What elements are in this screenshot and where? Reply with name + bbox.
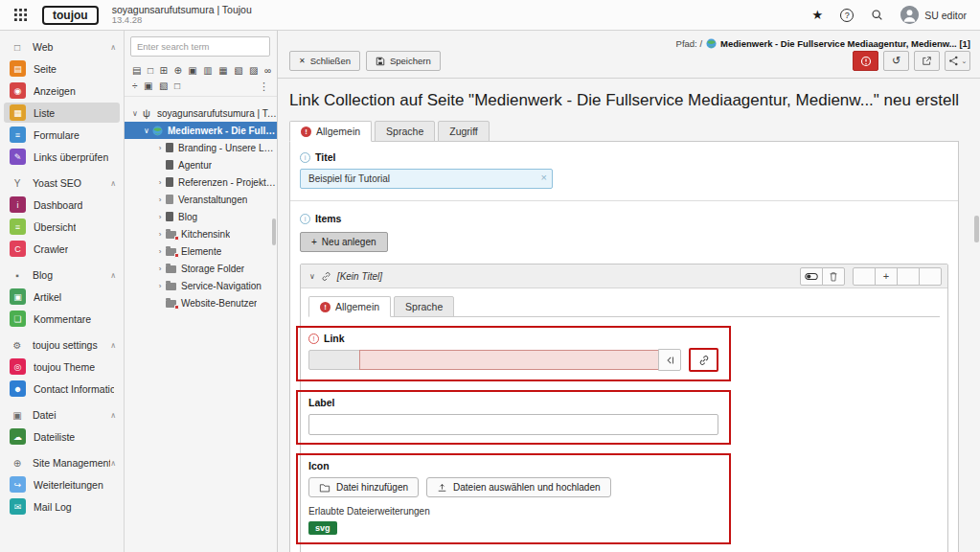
tree-node-medienwerk[interactable]: ∨ Medienwerk - Die Fullservice Me...	[125, 122, 277, 139]
new-folder-icon[interactable]: ▧	[234, 66, 242, 76]
chevron-right-icon[interactable]: ›	[154, 178, 166, 187]
chevron-right-icon[interactable]: ›	[154, 282, 166, 290]
module-item-dashboard[interactable]: i Dashboard	[4, 195, 120, 215]
app-grid-icon[interactable]	[10, 5, 31, 26]
tree-node-referenzen[interactable]: › Referenzen - Projekte im Übe...	[125, 173, 277, 191]
new-page-icon[interactable]: ▤	[132, 66, 141, 76]
path-page-title[interactable]: Medienwerk - Die Fullservice Mediaagentu…	[720, 38, 970, 49]
link-input[interactable]	[359, 350, 659, 370]
chevron-right-icon[interactable]: ›	[154, 230, 166, 239]
tree-scrollbar[interactable]	[272, 218, 276, 245]
page-icon	[166, 212, 173, 221]
tab-sprache[interactable]: Sprache	[375, 121, 435, 142]
open-in-new-button[interactable]	[914, 51, 940, 71]
titel-input[interactable]	[300, 169, 553, 189]
new-folder2-icon[interactable]: ▧	[159, 81, 168, 91]
move-up-button[interactable]	[853, 267, 876, 286]
tree-node-agentur[interactable]: Agentur	[125, 156, 277, 173]
close-button[interactable]: ✕ Schließen	[289, 51, 360, 71]
module-item-dateiliste[interactable]: ☁ Dateiliste	[4, 426, 120, 447]
content-scrollbar[interactable]	[974, 216, 979, 242]
help-icon[interactable]: ?	[840, 9, 854, 22]
link-browser-button[interactable]	[689, 348, 718, 372]
delete-button[interactable]	[822, 267, 845, 286]
tree-node-website-benutzer[interactable]: Website-Benutzer	[125, 294, 277, 311]
module-item-linkvalidator[interactable]: ✎ Links überprüfen	[4, 147, 120, 167]
chevron-down-icon[interactable]: ∨	[309, 272, 315, 281]
new-link-icon[interactable]: ∞	[264, 66, 271, 76]
chevron-right-icon[interactable]: ›	[154, 144, 166, 152]
module-section-blog[interactable]: ▪ Blog ∧	[0, 265, 124, 285]
tree-node-kitchensink[interactable]: › Kitchensink	[125, 225, 277, 242]
module-item-mail-log[interactable]: ✉ Mail Log	[4, 496, 120, 517]
chevron-down-icon[interactable]: ∨	[129, 109, 141, 118]
module-item-crawler[interactable]: C Crawler	[4, 239, 120, 259]
tree-node-branding[interactable]: › Branding - Unsere Leistungen	[125, 139, 277, 156]
new-media-icon[interactable]: ▣	[144, 81, 152, 91]
info-icon[interactable]: i	[300, 214, 310, 224]
module-section-site-management[interactable]: ⊕ Site Management ∧	[0, 453, 124, 472]
tree-more-menu-icon[interactable]: ⋮	[259, 80, 269, 93]
share-button[interactable]: ⌄	[945, 51, 970, 71]
tree-node-root[interactable]: ∨ ψ soyagunsarufutsumura | Toujou	[125, 104, 277, 122]
tab-allgemein[interactable]: ! Allgemein	[289, 121, 372, 142]
chevron-up-icon: ∧	[110, 43, 116, 52]
module-item-formulare[interactable]: ≡ Formulare	[4, 125, 120, 145]
module-section-datei[interactable]: ▣ Datei ∧	[0, 405, 124, 425]
record-tab-allgemein[interactable]: ! Allgemein	[308, 296, 391, 317]
chevron-right-icon[interactable]: ›	[154, 264, 166, 273]
toujou-logo[interactable]: toujou	[42, 6, 99, 25]
chevron-down-icon[interactable]: ∨	[141, 126, 152, 135]
module-item-anzeigen[interactable]: ◉ Anzeigen	[4, 80, 120, 101]
save-button[interactable]: Speichern	[366, 51, 441, 71]
label-input[interactable]	[308, 414, 718, 435]
move-down-button[interactable]	[897, 267, 920, 286]
new-item-button[interactable]: + Neu anlegen	[300, 232, 388, 252]
inline-record-header[interactable]: ∨ [Kein Titel]	[301, 264, 947, 288]
module-item-weiterleitungen[interactable]: ↪ Weiterleitungen	[4, 474, 120, 494]
drag-handle[interactable]	[919, 267, 942, 286]
tree-node-veranstaltungen[interactable]: › Veranstaltungen	[125, 191, 277, 208]
new-browser-icon[interactable]: ▦	[218, 66, 227, 76]
module-section-web[interactable]: □ Web ∧	[0, 37, 124, 57]
new-record-button[interactable]: +	[875, 267, 898, 286]
new-external-icon[interactable]: ▨	[249, 66, 258, 76]
module-item-liste[interactable]: ▦ Liste	[4, 103, 120, 123]
chevron-right-icon[interactable]: ›	[154, 213, 166, 221]
module-item-artikel[interactable]: ▣ Artikel	[4, 287, 120, 307]
record-tab-sprache[interactable]: Sprache	[394, 296, 454, 317]
bookmark-star-icon[interactable]: ★	[812, 8, 824, 22]
tab-zugriff[interactable]: Zugriff	[438, 121, 490, 142]
module-item-contact-information[interactable]: ☻ Contact Information	[4, 379, 120, 399]
user-menu[interactable]: SU editor	[900, 6, 967, 24]
link-toggle-button[interactable]	[658, 349, 681, 371]
tree-node-elemente[interactable]: › Elemente	[125, 242, 277, 260]
history-button[interactable]: ↺	[883, 51, 909, 71]
clear-icon[interactable]: ×	[541, 172, 547, 183]
module-section-toujou-settings[interactable]: ⚙ toujou settings ∧	[0, 335, 124, 355]
new-grid-icon[interactable]: ⊞	[160, 66, 168, 76]
tree-search-input[interactable]	[130, 36, 270, 57]
new-divider-icon[interactable]: ÷	[132, 81, 138, 91]
module-item-seite[interactable]: ▤ Seite	[4, 58, 120, 79]
hide-toggle-button[interactable]	[800, 267, 823, 286]
tree-node-blog[interactable]: › Blog	[125, 208, 277, 225]
module-item-kommentare[interactable]: ❏ Kommentare	[4, 309, 120, 329]
module-item-uebersicht[interactable]: ≡ Übersicht	[4, 217, 120, 237]
new-mount-icon[interactable]: ▥	[203, 66, 212, 76]
info-icon[interactable]: i	[300, 152, 310, 163]
new-site-icon[interactable]: ⊕	[173, 66, 181, 76]
new-shortcut-icon[interactable]: ▣	[188, 66, 196, 76]
new-doc-icon[interactable]: □	[174, 81, 180, 91]
tree-node-service-navigation[interactable]: › Service-Navigation	[125, 277, 277, 294]
module-section-yoast[interactable]: Y Yoast SEO ∧	[0, 173, 124, 193]
chevron-right-icon[interactable]: ›	[154, 196, 166, 204]
chevron-right-icon[interactable]: ›	[154, 247, 166, 256]
upload-files-button[interactable]: Dateien auswählen und hochladen	[426, 477, 610, 497]
new-page-alt-icon[interactable]: □	[148, 66, 153, 76]
error-count-button[interactable]	[853, 51, 878, 71]
search-icon[interactable]	[871, 9, 883, 21]
add-file-button[interactable]: Datei hinzufügen	[308, 477, 419, 497]
module-item-toujou-theme[interactable]: ◎ toujou Theme	[4, 356, 120, 377]
tree-node-storage-folder[interactable]: › Storage Folder	[125, 260, 277, 277]
